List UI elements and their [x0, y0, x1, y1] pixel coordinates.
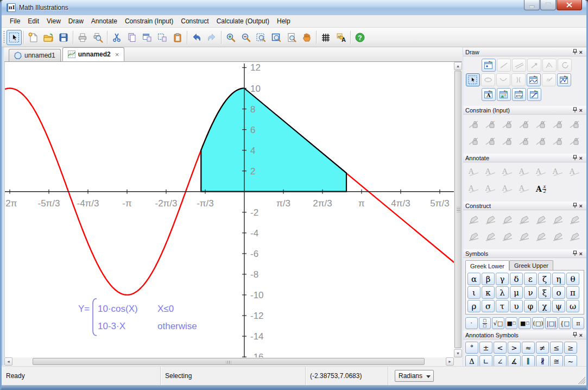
zoom-in-button[interactable]: [223, 30, 238, 45]
text-style-button[interactable]: абA: [333, 30, 349, 45]
scroll-down-arrow[interactable]: ▼: [454, 349, 462, 357]
symbol-∡-button[interactable]: ∡: [508, 355, 521, 367]
print-button[interactable]: [75, 30, 90, 45]
pan-button[interactable]: [299, 30, 314, 45]
menu-constrain[interactable]: Constrain (Input): [121, 16, 177, 27]
draw-select-tool[interactable]: [466, 73, 480, 86]
symbol-η-button[interactable]: η: [552, 273, 565, 285]
close-button[interactable]: [557, 0, 582, 10]
save-button[interactable]: [56, 30, 71, 45]
template-pi-button[interactable]: π: [572, 317, 585, 329]
symbol-ξ-button[interactable]: ξ: [538, 286, 551, 299]
symbol-σ-button[interactable]: σ: [482, 300, 495, 312]
close-panel-icon[interactable]: ×: [578, 155, 584, 161]
close-panel-icon[interactable]: ×: [578, 49, 584, 55]
symbol-ψ-button[interactable]: ψ: [552, 300, 565, 312]
draw-polyline-tool[interactable]: [557, 73, 571, 86]
symbol-∠-button[interactable]: ∠: [494, 355, 507, 367]
select-tool-button[interactable]: [7, 30, 22, 45]
grid-button[interactable]: [318, 30, 333, 45]
symbol-ι-button[interactable]: ι: [467, 286, 480, 299]
annotate-fraction-tool[interactable]: A x2: [533, 181, 549, 197]
symbol-°-button[interactable]: °: [465, 342, 478, 354]
tab-close-icon[interactable]: ×: [115, 51, 119, 59]
symbol-≠-button[interactable]: ≠: [536, 342, 549, 354]
copy-button[interactable]: [124, 30, 140, 45]
undo-button[interactable]: [189, 30, 204, 45]
template-fraction-button[interactable]: □□: [479, 317, 491, 329]
draw-text-tool[interactable]: A: [482, 88, 496, 101]
symbol-ω-button[interactable]: ω: [566, 300, 579, 312]
menu-view[interactable]: View: [43, 16, 65, 27]
template-square-root-button[interactable]: √□: [492, 317, 504, 329]
pin-icon[interactable]: [572, 332, 578, 338]
template-subscript-button[interactable]: ■□: [519, 317, 531, 329]
symbol-α-button[interactable]: α: [467, 273, 480, 285]
symbol-ν-button[interactable]: ν: [524, 286, 537, 299]
zoom-selection-button[interactable]: [254, 30, 269, 45]
zoom-fit-button[interactable]: [269, 30, 284, 45]
symbol-≥-button[interactable]: ≥: [564, 342, 577, 354]
zoom-out-button[interactable]: [238, 30, 254, 45]
symbol-κ-button[interactable]: κ: [482, 286, 495, 299]
symbol-≤-button[interactable]: ≤: [550, 342, 563, 354]
redo-button[interactable]: [204, 30, 219, 45]
tab-unnamed2[interactable]: unnamed2 ×: [62, 47, 125, 61]
new-document-button[interactable]: [26, 30, 41, 45]
tab-greek-lower[interactable]: Greek Lower: [465, 260, 509, 271]
equation-lhs[interactable]: Y=: [78, 304, 90, 314]
draw-curve-tool[interactable]: [527, 73, 541, 86]
close-panel-icon[interactable]: ×: [578, 332, 584, 338]
symbol-±-button[interactable]: ±: [479, 342, 492, 354]
pin-icon[interactable]: [572, 203, 578, 209]
menu-annotate[interactable]: Annotate: [87, 16, 121, 27]
close-panel-icon[interactable]: ×: [578, 250, 584, 257]
menu-draw[interactable]: Draw: [65, 16, 87, 27]
graph-canvas[interactable]: -2π-5π/3-4π/3-π-2π/3-π/3π/32π/3π4π/35π/3…: [4, 62, 454, 357]
symbol-Δ-button[interactable]: Δ: [465, 355, 478, 367]
template-dot-button[interactable]: ·: [465, 317, 478, 329]
tab-greek-upper[interactable]: Greek Upper: [509, 260, 553, 271]
tab-unnamed1[interactable]: unnamed1: [9, 49, 61, 61]
template-superscript-button[interactable]: ■□: [505, 317, 518, 329]
symbol-χ-button[interactable]: χ: [538, 300, 551, 312]
draw-image-tool[interactable]: [497, 88, 511, 101]
help-button[interactable]: ?: [352, 30, 368, 45]
symbol-ζ-button[interactable]: ζ: [538, 273, 551, 285]
print-preview-button[interactable]: [90, 30, 105, 45]
copy-window-button[interactable]: [140, 30, 155, 45]
horizontal-scroll-thumb[interactable]: [33, 358, 425, 365]
minimize-button[interactable]: [524, 0, 540, 10]
draw-expression-tool[interactable]: x+y: [512, 88, 526, 101]
symbol-υ-button[interactable]: υ: [510, 300, 523, 312]
symbol-τ-button[interactable]: τ: [496, 300, 509, 312]
paste-button[interactable]: [170, 30, 185, 45]
symbol-≈-button[interactable]: ≈: [522, 342, 535, 354]
close-panel-icon[interactable]: ×: [578, 107, 584, 114]
horizontal-scrollbar[interactable]: ◄ ►: [4, 357, 454, 366]
symbol-ρ-button[interactable]: ρ: [467, 300, 480, 312]
symbol-ο-button[interactable]: ο: [552, 286, 565, 299]
draw-point-tool[interactable]: [482, 59, 496, 72]
template-absolute-value-button[interactable]: |□|: [545, 317, 558, 329]
maximize-button[interactable]: [540, 0, 556, 10]
symbol-μ-button[interactable]: μ: [510, 286, 523, 299]
symbol-π-button[interactable]: π: [566, 286, 579, 299]
scroll-up-arrow[interactable]: ▲: [454, 62, 462, 70]
scroll-right-arrow[interactable]: ►: [446, 357, 454, 366]
close-panel-icon[interactable]: ×: [578, 203, 584, 209]
symbol-γ-button[interactable]: γ: [496, 273, 509, 285]
angle-unit-dropdown[interactable]: Radians: [395, 370, 434, 382]
symbol-λ-button[interactable]: λ: [496, 286, 509, 299]
pin-icon[interactable]: [572, 107, 578, 113]
vertical-scrollbar[interactable]: ▲ ▼: [454, 62, 462, 357]
template-parentheses-button[interactable]: (□): [532, 317, 545, 329]
symbol-ε-button[interactable]: ε: [524, 273, 537, 285]
menu-file[interactable]: File: [6, 16, 24, 27]
zoom-page-button[interactable]: [284, 30, 299, 45]
symbol-φ-button[interactable]: φ: [524, 300, 537, 312]
symbol-~-button[interactable]: ~: [564, 355, 577, 367]
cut-button[interactable]: [109, 30, 124, 45]
symbol-δ-button[interactable]: δ: [510, 273, 523, 285]
template-cases-brace-button[interactable]: {□: [559, 317, 571, 329]
